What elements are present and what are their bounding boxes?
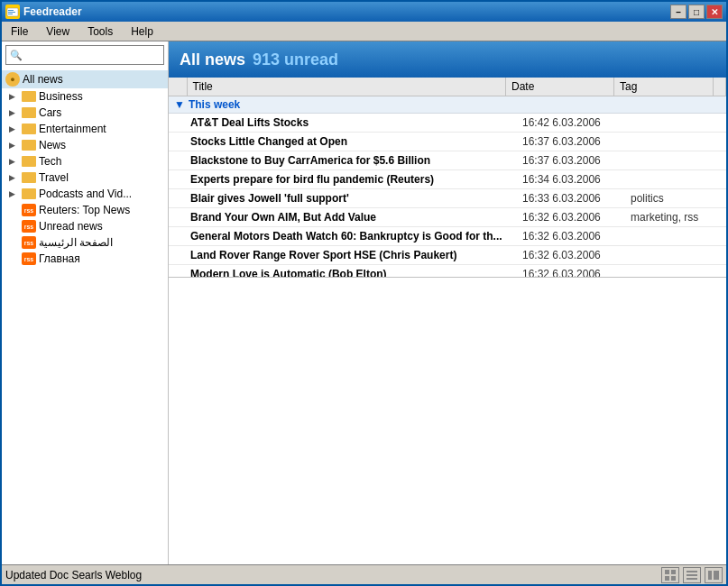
titlebar: Feedreader – □ ✕ — [2, 2, 726, 22]
menu-tools[interactable]: Tools — [82, 23, 118, 40]
sidebar-label: Unread news — [39, 220, 103, 233]
news-row[interactable]: Stocks Little Changed at Open 16:37 6.03… — [169, 133, 726, 151]
sidebar-label: Cars — [39, 106, 61, 119]
row-title: Experts prepare for bird flu pandemic (R… — [187, 170, 519, 188]
row-date: 16:32 6.03.2006 — [519, 227, 627, 245]
news-row[interactable]: AT&T Deal Lifts Stocks 16:42 6.03.2006 — [169, 114, 726, 133]
status-icon-3[interactable] — [705, 567, 723, 583]
search-input[interactable] — [24, 49, 160, 61]
svg-rect-12 — [714, 571, 719, 580]
expand-arrow: ▶ — [9, 141, 22, 150]
svg-rect-6 — [665, 576, 669, 581]
svg-rect-2 — [8, 12, 15, 13]
content-pane: All news 913 unread Title Date Tag — [169, 41, 726, 564]
sidebar-item-tech[interactable]: ▶ Tech — [2, 153, 168, 169]
sidebar-label: Business — [39, 90, 83, 103]
menu-file[interactable]: File — [5, 23, 33, 40]
expand-arrow: ▶ — [9, 189, 22, 198]
close-button[interactable]: ✕ — [706, 5, 723, 19]
news-row[interactable]: Brand Your Own AIM, But Add Value 16:32 … — [169, 208, 726, 227]
window-controls: – □ ✕ — [670, 5, 723, 19]
row-tag — [627, 120, 726, 125]
expand-arrow: ▶ — [9, 157, 22, 166]
col-title: Title — [187, 78, 506, 96]
maximize-button[interactable]: □ — [688, 5, 705, 19]
news-row[interactable]: General Motors Death Watch 60: Bankruptc… — [169, 227, 726, 246]
news-row[interactable]: Land Rover Range Rover Sport HSE (Chris … — [169, 246, 726, 265]
app-icon — [5, 5, 20, 19]
sidebar-label: News — [39, 139, 66, 151]
col-indicator — [169, 78, 187, 96]
rss-icon: rss — [22, 252, 36, 265]
row-tag: politics — [627, 189, 726, 207]
svg-rect-7 — [671, 576, 676, 581]
status-icon-2[interactable] — [683, 567, 701, 583]
row-date: 16:42 6.03.2006 — [519, 114, 627, 132]
rss-icon: rss — [22, 204, 36, 216]
all-news-icon: ● — [5, 72, 20, 87]
svg-rect-4 — [665, 570, 669, 574]
app-title: Feedreader — [23, 5, 82, 18]
sidebar-item-podcasts[interactable]: ▶ Podcasts and Vid... — [2, 186, 168, 202]
sidebar-item-business[interactable]: ▶ Business — [2, 88, 168, 105]
news-section-header: ▼ This week — [169, 96, 726, 114]
sidebar-tree: ● All news ▶ Business ▶ Cars ▶ Ent — [2, 69, 168, 564]
row-date: 16:32 6.03.2006 — [519, 208, 627, 226]
sidebar-label: Главная — [39, 252, 80, 265]
news-rows: AT&T Deal Lifts Stocks 16:42 6.03.2006 S… — [169, 114, 726, 277]
row-title: Land Rover Range Rover Sport HSE (Chris … — [187, 246, 519, 264]
news-row[interactable]: Modern Love is Automatic (Bob Elton) 16:… — [169, 265, 726, 277]
folder-icon — [22, 188, 36, 199]
row-title: General Motors Death Watch 60: Bankruptc… — [187, 227, 519, 245]
main-window: Feedreader – □ ✕ File View Tools Help 🔍 … — [0, 0, 728, 586]
sidebar-item-entertainment[interactable]: ▶ Entertainment — [2, 121, 168, 137]
sidebar-item-cars[interactable]: ▶ Cars — [2, 105, 168, 121]
svg-rect-8 — [687, 571, 697, 572]
row-title: Blackstone to Buy CarrAmerica for $5.6 B… — [187, 151, 519, 169]
sidebar-item-travel[interactable]: ▶ Travel — [2, 169, 168, 186]
row-title: Brand Your Own AIM, But Add Value — [187, 208, 519, 226]
rss-icon: rss — [22, 220, 36, 233]
col-tag: Tag — [614, 78, 714, 96]
news-table-header: Title Date Tag — [169, 78, 726, 96]
sidebar-item-arabic[interactable]: rss الصفحة الرئيسية — [2, 234, 168, 251]
news-scroll-container[interactable]: ▼ This week AT&T Deal Lifts Stocks 16:42… — [169, 96, 726, 277]
row-tag — [627, 158, 726, 163]
row-tag — [627, 139, 726, 144]
expand-arrow: ▶ — [9, 124, 22, 133]
svg-rect-5 — [671, 570, 676, 574]
folder-icon — [22, 124, 36, 134]
svg-rect-3 — [8, 14, 13, 14]
sidebar-label: Tech — [39, 155, 61, 168]
sidebar-label: Travel — [39, 171, 69, 184]
search-icon: 🔍 — [10, 50, 23, 61]
menu-help[interactable]: Help — [125, 23, 159, 40]
preview-pane — [169, 277, 726, 564]
news-row[interactable]: Blair gives Jowell 'full support' 16:33 … — [169, 189, 726, 208]
search-box[interactable]: 🔍 — [5, 45, 164, 65]
minimize-button[interactable]: – — [670, 5, 687, 19]
all-news-label: All news — [23, 73, 63, 86]
sidebar-item-unread[interactable]: rss Unread news — [2, 218, 168, 234]
row-title: Stocks Little Changed at Open — [187, 133, 519, 151]
svg-rect-1 — [8, 10, 14, 11]
sidebar-item-all-news[interactable]: ● All news — [2, 70, 168, 88]
sidebar-label: Entertainment — [39, 123, 106, 135]
statusbar-icons — [661, 567, 723, 583]
row-tag — [627, 233, 726, 239]
sidebar-label: Reuters: Top News — [39, 204, 130, 216]
news-row[interactable]: Experts prepare for bird flu pandemic (R… — [169, 170, 726, 189]
sidebar-item-news[interactable]: ▶ News — [2, 137, 168, 153]
status-icon-1[interactable] — [661, 567, 679, 583]
section-collapse-arrow[interactable]: ▼ — [174, 98, 185, 111]
sidebar-label: الصفحة الرئيسية — [39, 236, 113, 249]
row-title: Modern Love is Automatic (Bob Elton) — [187, 265, 519, 277]
sidebar-item-reuters[interactable]: rss Reuters: Top News — [2, 202, 168, 218]
content-header: All news 913 unread — [169, 41, 726, 78]
sidebar-item-glavnaya[interactable]: rss Главная — [2, 251, 168, 267]
row-date: 16:37 6.03.2006 — [519, 151, 627, 169]
folder-icon — [22, 156, 36, 167]
news-row[interactable]: Blackstone to Buy CarrAmerica for $5.6 B… — [169, 151, 726, 170]
row-tag: marketing, rss — [627, 208, 726, 226]
menu-view[interactable]: View — [41, 23, 75, 40]
